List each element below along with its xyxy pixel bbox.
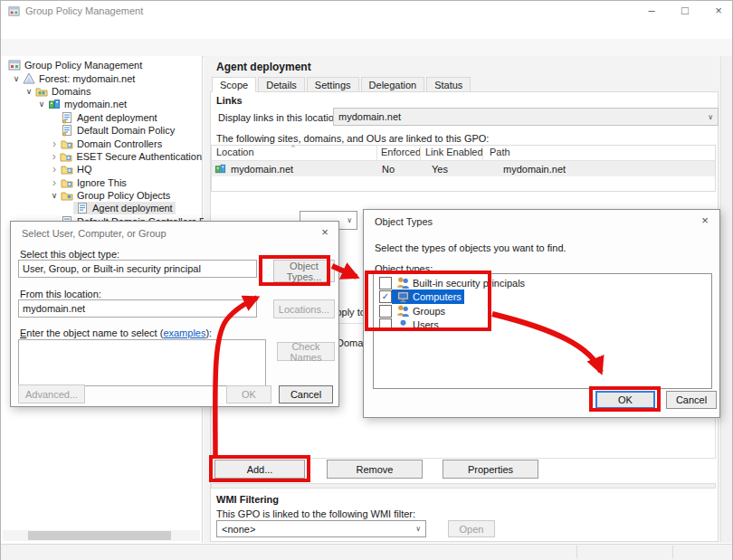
- ou-folder-icon: [61, 163, 73, 176]
- object-name-input[interactable]: [18, 339, 266, 386]
- tree-item-label: Ignore This: [77, 177, 127, 188]
- tree-item-ignore-this[interactable]: › Ignore This: [1, 176, 202, 189]
- object-type-field[interactable]: User, Group, or Built-in security princi…: [18, 260, 257, 278]
- checkbox-checked[interactable]: ✓: [379, 290, 392, 303]
- tree-item-domain[interactable]: ∨ mydomain.net: [1, 98, 202, 110]
- object-type-computers[interactable]: ✓ Computers: [374, 290, 711, 305]
- chevron-expanded-icon[interactable]: ∨: [10, 74, 23, 83]
- object-type-label: Select this object type:: [20, 249, 119, 260]
- chevron-down-icon: ∨: [708, 113, 713, 121]
- chevron-collapsed-icon[interactable]: ›: [48, 178, 61, 187]
- add-button[interactable]: Add...: [214, 460, 305, 479]
- checkbox-unchecked[interactable]: [379, 318, 392, 331]
- tab-status[interactable]: Status: [426, 77, 471, 92]
- tree-item-label: Default Domain Policy: [77, 125, 175, 136]
- tab-settings[interactable]: Settings: [307, 77, 359, 92]
- gpm-root-icon: [8, 59, 21, 71]
- tree-item-eset-secure-authentication[interactable]: › ESET Secure Authentication: [1, 150, 202, 163]
- advanced-button[interactable]: Advanced...: [18, 384, 85, 403]
- from-location-value: mydomain.net: [23, 303, 85, 314]
- tree-item-label: HQ: [77, 164, 92, 175]
- open-button[interactable]: Open: [448, 520, 495, 537]
- tree-item-root[interactable]: Group Policy Management: [1, 59, 202, 71]
- check-names-button[interactable]: Check Names: [277, 342, 335, 361]
- object-type-builtin[interactable]: Built-in security principals: [374, 276, 711, 290]
- properties-button[interactable]: Properties: [443, 460, 538, 479]
- toolbar: ← → ?: [1, 39, 732, 57]
- tree-item-label: Group Policy Objects: [77, 190, 170, 201]
- app-icon: [8, 5, 20, 17]
- tab-strip: Scope Details Settings Delegation Status: [212, 77, 472, 92]
- display-links-label: Display links in this location:: [218, 112, 342, 123]
- chevron-expanded-icon[interactable]: ∨: [23, 87, 35, 96]
- cancel-button[interactable]: Cancel: [279, 385, 333, 403]
- gpo-link-icon: [61, 111, 73, 124]
- object-type-groups[interactable]: Groups: [374, 304, 711, 318]
- column-header-location[interactable]: Location: [216, 147, 254, 157]
- status-bar: [1, 544, 732, 560]
- maximize-button[interactable]: □: [671, 1, 699, 21]
- gpmc-window: Group Policy Management – □ × File Actio…: [0, 0, 733, 560]
- chevron-collapsed-icon[interactable]: ›: [48, 139, 61, 148]
- domain-icon: [48, 98, 61, 110]
- remove-button[interactable]: Remove: [327, 460, 423, 479]
- object-types-button[interactable]: Object Types...: [273, 260, 335, 282]
- forest-icon: [23, 72, 35, 85]
- ok-button[interactable]: OK: [226, 385, 271, 403]
- tree-item-default-domain-policy[interactable]: Default Domain Policy: [1, 124, 202, 137]
- selected-list-item: Computers: [392, 289, 464, 304]
- wmi-label: This GPO is linked to the following WMI …: [216, 508, 415, 519]
- chevron-collapsed-icon[interactable]: ›: [48, 152, 60, 161]
- close-icon[interactable]: ×: [315, 225, 335, 242]
- tree-item-label: Domains: [52, 86, 90, 97]
- tab-scope[interactable]: Scope: [212, 77, 256, 92]
- chevron-expanded-icon[interactable]: ∨: [48, 191, 61, 200]
- page-title: Agent deployment: [216, 61, 311, 73]
- tree-item-agent-deployment-link[interactable]: Agent deployment: [1, 111, 202, 124]
- tree-item-group-policy-objects[interactable]: ∨ Group Policy Objects: [1, 189, 202, 202]
- object-type-users[interactable]: Users: [374, 318, 711, 333]
- object-type-label: Groups: [413, 306, 445, 317]
- object-type-label: Built-in security principals: [413, 278, 525, 289]
- minimize-button[interactable]: –: [638, 1, 665, 21]
- tree-item-forest[interactable]: ∨ Forest: mydomain.net: [1, 71, 202, 84]
- cell-path: mydomain.net: [495, 164, 566, 175]
- links-table-row[interactable]: mydomain.net No Yes mydomain.net: [212, 161, 715, 176]
- object-types-list: Built-in security principals ✓ Computers…: [373, 273, 712, 389]
- checkbox-unchecked[interactable]: [379, 277, 392, 289]
- checkbox-unchecked[interactable]: [379, 305, 392, 318]
- wmi-filter-combobox[interactable]: <none> ∨: [216, 520, 426, 537]
- cancel-button[interactable]: Cancel: [666, 391, 717, 409]
- tab-details[interactable]: Details: [258, 77, 305, 92]
- from-location-field[interactable]: mydomain.net: [18, 299, 257, 318]
- locations-button[interactable]: Locations...: [273, 299, 335, 318]
- object-types-dialog: Object Types × Select the types of objec…: [363, 209, 720, 418]
- column-header-enforced[interactable]: Enforced: [381, 147, 421, 157]
- cell-enforced: No: [376, 164, 425, 175]
- domain-icon: [214, 163, 227, 176]
- window-title: Group Policy Management: [25, 5, 143, 16]
- tree-item-label: Agent deployment: [77, 112, 157, 123]
- result-pane-scrollbar[interactable]: [720, 56, 732, 543]
- title-bar: Group Policy Management – □ ×: [1, 1, 732, 22]
- tree-item-label: Domain Controllers: [77, 138, 162, 149]
- column-header-path[interactable]: Path: [490, 147, 510, 157]
- close-icon[interactable]: ×: [695, 214, 715, 230]
- ok-button[interactable]: OK: [595, 391, 655, 409]
- tree-item-domains[interactable]: ∨ Domains: [1, 85, 202, 98]
- chevron-collapsed-icon[interactable]: ›: [48, 165, 61, 174]
- tree-item-domain-controllers[interactable]: › Domain Controllers: [1, 137, 202, 149]
- display-links-combobox[interactable]: mydomain.net ∨: [333, 108, 719, 126]
- links-section-title: Links: [216, 95, 243, 106]
- examples-link[interactable]: examples: [163, 327, 205, 338]
- tree-item-hq[interactable]: › HQ: [1, 163, 202, 176]
- tree-scrollbar-thumb[interactable]: [28, 531, 171, 540]
- tab-delegation[interactable]: Delegation: [361, 77, 425, 92]
- column-header-link-enabled[interactable]: Link Enabled: [425, 147, 483, 157]
- chevron-expanded-icon[interactable]: ∨: [35, 100, 48, 109]
- instruction-label: Select the types of objects you want to …: [375, 242, 566, 253]
- tree-item-agent-deployment-gpo[interactable]: Agent deployment: [1, 202, 202, 214]
- object-name-label: Enter the object name to select (example…: [20, 327, 212, 338]
- close-button[interactable]: ×: [705, 1, 732, 21]
- select-user-dialog: Select User, Computer, or Group × Select…: [10, 221, 339, 407]
